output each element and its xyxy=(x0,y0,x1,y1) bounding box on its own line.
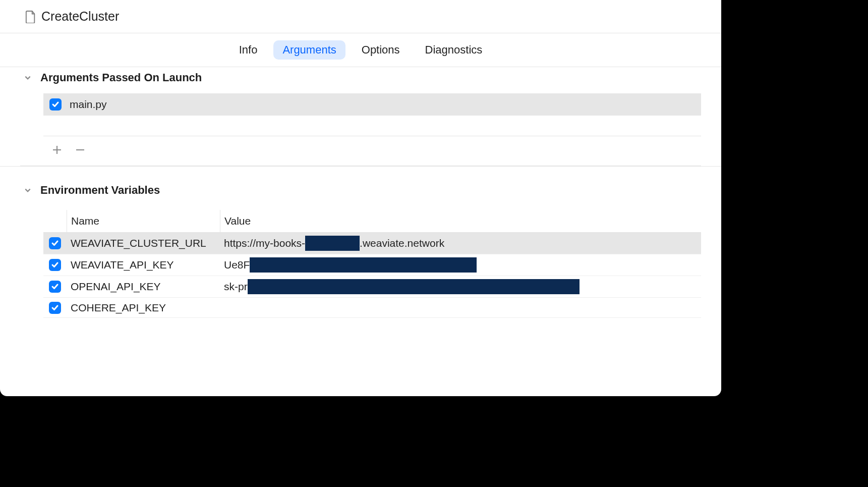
chevron-down-icon xyxy=(24,187,31,194)
remove-argument-button[interactable] xyxy=(75,144,86,157)
env-name[interactable]: WEAVIATE_API_KEY xyxy=(67,256,220,274)
env-header-value[interactable]: Value xyxy=(220,210,701,232)
tab-diagnostics[interactable]: Diagnostics xyxy=(416,40,492,60)
file-icon xyxy=(25,10,36,23)
env-checkbox-cell xyxy=(43,300,67,316)
argument-value: main.py xyxy=(70,98,107,111)
env-table-header: Name Value xyxy=(43,210,701,233)
env-row[interactable]: WEAVIATE_CLUSTER_URLhttps://my-books-.we… xyxy=(43,233,701,254)
redacted-block xyxy=(248,279,580,294)
env-row[interactable]: OPENAI_API_KEYsk-pr xyxy=(43,276,701,298)
section-title-arguments: Arguments Passed On Launch xyxy=(40,71,202,84)
section-title-env: Environment Variables xyxy=(40,184,160,197)
page-title: CreateCluster xyxy=(41,9,119,24)
env-name[interactable]: COHERE_API_KEY xyxy=(67,299,220,317)
env-name[interactable]: WEAVIATE_CLUSTER_URL xyxy=(67,234,220,252)
redacted-block xyxy=(305,236,360,251)
scheme-editor-window: CreateCluster Info Arguments Options Dia… xyxy=(0,0,721,396)
env-value-prefix: Ue8F xyxy=(224,259,250,271)
section-header-env[interactable]: Environment Variables xyxy=(20,180,701,206)
env-value[interactable]: Ue8F xyxy=(220,254,701,276)
argument-row[interactable]: main.py xyxy=(43,93,701,116)
env-checkbox-cell xyxy=(43,235,67,251)
env-value-suffix: .weaviate.network xyxy=(360,237,444,249)
section-environment: Environment Variables Name Value WEAVIAT… xyxy=(0,167,721,318)
chevron-down-icon xyxy=(24,74,31,81)
section-arguments: Arguments Passed On Launch main.py xyxy=(0,67,721,166)
env-value[interactable] xyxy=(220,305,701,311)
env-checkbox[interactable] xyxy=(49,237,61,249)
titlebar: CreateCluster xyxy=(0,0,721,33)
env-checkbox-cell xyxy=(43,257,67,273)
env-value-prefix: sk-pr xyxy=(224,281,248,293)
env-value-prefix: https://my-books- xyxy=(224,237,305,249)
add-argument-button[interactable] xyxy=(51,144,63,157)
tab-bar: Info Arguments Options Diagnostics xyxy=(0,33,721,67)
env-header-name[interactable]: Name xyxy=(67,210,220,232)
env-row[interactable]: COHERE_API_KEY xyxy=(43,298,701,318)
tab-info[interactable]: Info xyxy=(230,40,267,60)
redacted-block xyxy=(250,257,477,273)
env-checkbox-cell xyxy=(43,279,67,295)
tab-arguments[interactable]: Arguments xyxy=(273,40,345,60)
env-checkbox[interactable] xyxy=(49,259,61,271)
section-header-arguments[interactable]: Arguments Passed On Launch xyxy=(20,67,701,93)
env-table: Name Value WEAVIATE_CLUSTER_URLhttps://m… xyxy=(43,210,701,318)
arguments-list: main.py xyxy=(43,93,701,136)
argument-row-empty[interactable] xyxy=(43,116,701,136)
env-checkbox[interactable] xyxy=(49,281,61,293)
arguments-toolbar xyxy=(20,136,701,166)
env-value[interactable]: https://my-books-.weaviate.network xyxy=(220,233,701,254)
env-row[interactable]: WEAVIATE_API_KEYUe8F xyxy=(43,254,701,276)
env-checkbox[interactable] xyxy=(49,302,61,314)
tab-options[interactable]: Options xyxy=(353,40,409,60)
env-value[interactable]: sk-pr xyxy=(220,276,701,297)
argument-checkbox[interactable] xyxy=(49,98,62,111)
env-header-blank xyxy=(43,210,67,232)
env-name[interactable]: OPENAI_API_KEY xyxy=(67,278,220,296)
